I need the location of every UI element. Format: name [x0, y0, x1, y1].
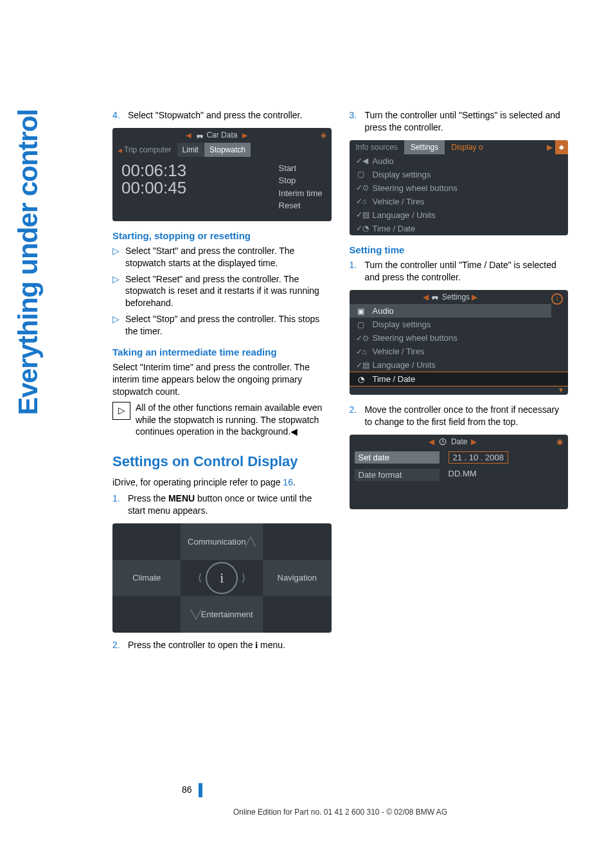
- nav-entertainment[interactable]: ╲╱ Entertainment: [181, 596, 263, 633]
- nav-communication[interactable]: Communication ╱╲: [181, 523, 263, 560]
- clock-icon: [438, 437, 447, 446]
- step-text: Select "Stopwatch" and press the control…: [128, 109, 331, 122]
- item-audio[interactable]: Audio: [373, 156, 394, 166]
- page-number-bar: [199, 783, 202, 797]
- set-date-label[interactable]: Set date: [355, 451, 440, 464]
- step-number: 3.: [350, 109, 362, 122]
- step-number: 1.: [350, 259, 362, 271]
- triangle-bullet-icon: ▷: [112, 273, 125, 310]
- arrow-left-icon: ◀: [423, 293, 429, 302]
- step-2-right: 2. Move the controller once to the front…: [350, 404, 569, 428]
- step-text: Move the controller once to the front if…: [364, 404, 567, 428]
- action-stop[interactable]: Stop: [279, 174, 323, 187]
- item-steering-wheel[interactable]: Steering wheel buttons: [373, 183, 458, 193]
- para-idrive: iDrive, for operating principle refer to…: [112, 476, 332, 489]
- chevron-right-icon: ⟩: [238, 572, 249, 584]
- top-right-dot-icon: ◉: [556, 437, 563, 446]
- scroll-indicator-icon: ◆: [555, 140, 568, 154]
- tab-display[interactable]: Display o: [445, 140, 489, 154]
- step-text: Turn the controller until "Settings" is …: [364, 109, 567, 134]
- svg-point-4: [432, 298, 434, 300]
- item-time-date-selected[interactable]: Time / Date: [373, 374, 416, 384]
- car-icon: [195, 131, 204, 140]
- screen-title-settings: Settings: [442, 293, 470, 302]
- note-text: All of the other functions remain availa…: [136, 402, 332, 439]
- info-dot-icon: i: [551, 293, 563, 305]
- item-time-date[interactable]: Time / Date: [373, 224, 416, 233]
- triangle-bullet-icon: ▷: [112, 313, 125, 338]
- page-number: 86: [182, 784, 196, 795]
- settings-list-screen: ◀ Settings ▶ i ▣Audio ▢Display settings …: [350, 290, 569, 395]
- tab-settings[interactable]: Settings: [404, 140, 445, 154]
- arrow-right-icon: ▶: [471, 437, 477, 446]
- set-date-value[interactable]: 21 . 10 . 2008: [449, 451, 509, 464]
- chevron-up-icon: ╱╲: [245, 537, 256, 547]
- svg-point-2: [201, 136, 202, 138]
- tab-stopwatch[interactable]: Stopwatch: [204, 143, 251, 157]
- tab-info-sources[interactable]: Info sources: [350, 140, 404, 154]
- heading-interim: Taking an intermediate time reading: [112, 347, 332, 357]
- arrow-right-icon: ▶: [240, 131, 250, 139]
- para-interim: Select "Interim time" and press the cont…: [112, 361, 332, 398]
- arrow-left-icon: ◀: [183, 131, 193, 139]
- step-number: 2.: [112, 639, 125, 651]
- item-language-units[interactable]: Language / Units: [373, 210, 436, 220]
- clock-icon: ✓◔: [356, 224, 366, 233]
- item-vehicle-tires[interactable]: Vehicle / Tires: [373, 347, 425, 356]
- footer-text: Online Edition for Part no. 01 41 2 600 …: [112, 808, 568, 817]
- steering-wheel-icon: ✓⊙: [356, 334, 366, 343]
- action-start[interactable]: Start: [279, 162, 323, 175]
- chevron-down-icon: ╲╱: [191, 610, 201, 619]
- nav-climate[interactable]: Climate: [112, 560, 181, 597]
- step-1-left: 1. Press the MENU button once or twice u…: [112, 493, 332, 517]
- vehicle-icon: ✓⌂: [356, 347, 366, 356]
- item-vehicle-tires[interactable]: Vehicle / Tires: [373, 197, 425, 206]
- item-steering-wheel[interactable]: Steering wheel buttons: [373, 333, 458, 343]
- arrow-left-icon: ◀: [429, 437, 434, 446]
- bullet-start: Select "Start" and press the controller.…: [125, 245, 332, 269]
- step-text-b: menu.: [258, 640, 285, 650]
- svg-point-1: [197, 136, 199, 138]
- date-format-label[interactable]: Date format: [355, 469, 440, 481]
- bullet-reset: Select "Reset" and press the controller.…: [125, 273, 332, 310]
- info-icon[interactable]: i: [206, 562, 238, 594]
- page-link-16[interactable]: 16: [283, 477, 293, 487]
- nav-navigation[interactable]: Navigation: [263, 560, 331, 597]
- item-display-settings[interactable]: Display settings: [373, 170, 431, 179]
- tab-trip-computer[interactable]: Trip computer: [112, 143, 177, 157]
- item-audio[interactable]: Audio: [373, 306, 394, 316]
- step-2-left: 2. Press the controller to open the i me…: [112, 639, 332, 652]
- language-icon: ✓▤: [356, 361, 366, 370]
- stopwatch-primary-time: 00:06:13: [121, 162, 279, 179]
- stopwatch-screen: ◀ Car Data ▶ ◈ Trip computer Limit Stopw…: [112, 128, 332, 221]
- menu-button-label: MENU: [168, 493, 195, 503]
- item-display-settings[interactable]: Display settings: [373, 320, 431, 329]
- date-screen: ◀ Date ▶ ◉ Set date 21 . 10 . 2008 Date …: [350, 435, 569, 509]
- audio-icon: ▣: [356, 307, 366, 316]
- item-language-units[interactable]: Language / Units: [373, 360, 436, 370]
- heading-start-stop-reset: Starting, stopping or resetting: [112, 230, 332, 241]
- top-right-dot-icon: ◈: [321, 131, 326, 140]
- chevron-left-icon: ⟨: [194, 572, 206, 584]
- scroll-down-icon: ▼: [350, 386, 569, 395]
- action-interim[interactable]: Interim time: [279, 187, 323, 200]
- arrow-right-icon: ▶: [544, 140, 555, 154]
- stopwatch-interim-time: 00:00:45: [121, 179, 279, 197]
- screen-title-date: Date: [451, 437, 467, 446]
- language-icon: ✓▤: [356, 210, 366, 219]
- screen-title: Car Data: [206, 131, 237, 140]
- heading-settings-control-display: Settings on Control Display: [112, 453, 332, 470]
- bullet-stop: Select "Stop" and press the controller. …: [125, 313, 332, 338]
- arrow-right-icon: ▶: [472, 293, 477, 302]
- steering-wheel-icon: ✓⊙: [356, 183, 366, 192]
- step-number: 4.: [112, 109, 125, 122]
- tab-limit[interactable]: Limit: [177, 143, 204, 157]
- action-reset[interactable]: Reset: [279, 199, 323, 212]
- step-text: Turn the controller until "Time / Date" …: [364, 259, 567, 284]
- step-3: 3. Turn the controller until "Settings" …: [350, 109, 569, 134]
- note-icon: ▷: [112, 402, 130, 420]
- date-format-value: DD.MM: [449, 469, 477, 481]
- heading-setting-time: Setting time: [350, 244, 569, 255]
- step-text-a: Press the controller to open the: [128, 640, 255, 650]
- step-number: 2.: [350, 404, 362, 416]
